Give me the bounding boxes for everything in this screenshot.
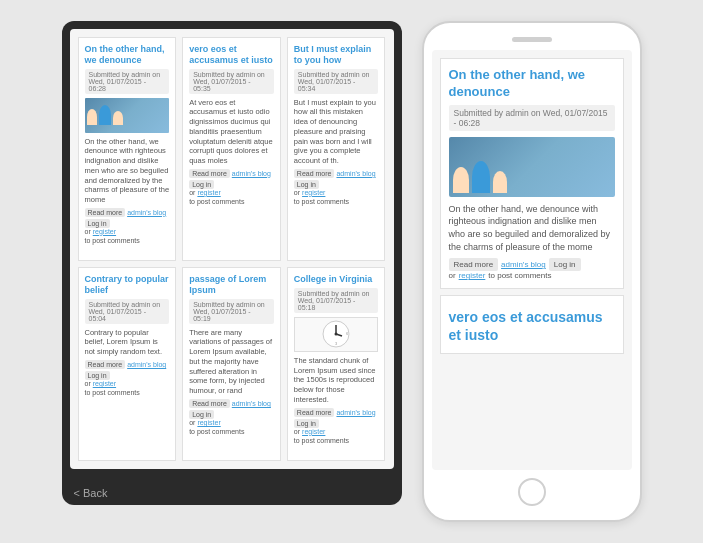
admin-blog-link[interactable]: admin's blog	[336, 170, 375, 177]
back-button[interactable]: < Back	[74, 487, 108, 499]
article-meta: Submitted by admin on Wed, 01/07/2015 - …	[85, 69, 170, 94]
register-link[interactable]: register	[302, 189, 325, 196]
article-register-actions: or register to post comments	[294, 428, 379, 444]
tablet-device: On the other hand, we denounce Submitted…	[62, 21, 402, 505]
login-button[interactable]: Log in	[189, 180, 214, 189]
post-text: to post comments	[488, 271, 551, 280]
person-figure	[453, 167, 469, 193]
or-text: or	[189, 189, 195, 196]
register-link[interactable]: register	[197, 419, 220, 426]
article-meta: Submitted by admin on Wed, 01/07/2015 - …	[85, 299, 170, 324]
register-link[interactable]: register	[302, 428, 325, 435]
login-button[interactable]: Log in	[189, 410, 214, 419]
read-more-button[interactable]: Read more	[189, 169, 230, 178]
login-button[interactable]: Log in	[85, 219, 110, 228]
article-title: But I must explain to you how	[294, 44, 379, 66]
article-text: There are many variations of passages of…	[189, 328, 274, 396]
article-text: On the other hand, we denounce with righ…	[449, 203, 615, 253]
register-link[interactable]: register	[93, 228, 116, 235]
article-title: vero eos et accusamus et iusto	[449, 308, 615, 344]
phone-home-button[interactable]	[518, 478, 546, 506]
register-link[interactable]: register	[459, 271, 486, 280]
read-more-button[interactable]: Read more	[189, 399, 230, 408]
article-meta: Submitted by admin on Wed, 01/07/2015 - …	[189, 299, 274, 324]
article-register-actions: or register to post comments	[189, 419, 274, 435]
admin-blog-link[interactable]: admin's blog	[127, 361, 166, 368]
tablet-content: On the other hand, we denounce Submitted…	[70, 29, 394, 469]
article-title: On the other hand, we denounce	[449, 67, 615, 101]
scene: On the other hand, we denounce Submitted…	[42, 1, 662, 542]
admin-blog-link[interactable]: admin's blog	[232, 170, 271, 177]
or-text: or	[85, 380, 91, 387]
table-row: Contrary to popular belief Submitted by …	[78, 267, 177, 461]
admin-blog-link[interactable]: admin's blog	[336, 409, 375, 416]
table-row: On the other hand, we denounce Submitted…	[78, 37, 177, 261]
article-title: College in Virginia	[294, 274, 379, 285]
article-title: On the other hand, we denounce	[85, 44, 170, 66]
admin-blog-link[interactable]: admin's blog	[127, 209, 166, 216]
person-figure	[87, 109, 97, 125]
tablet-bottom-bar: < Back	[62, 487, 402, 499]
read-more-button[interactable]: Read more	[449, 258, 499, 271]
article-register-actions: or register to post comments	[85, 380, 170, 396]
article-title: passage of Lorem Ipsum	[189, 274, 274, 296]
clock-icon: 3 6	[322, 320, 350, 348]
article-text: The standard chunk of Lorem Ipsum used s…	[294, 356, 379, 405]
admin-blog-link[interactable]: admin's blog	[501, 260, 546, 269]
post-text: to post comments	[85, 237, 140, 244]
person-figure	[493, 171, 507, 193]
clock-image: 3 6	[294, 317, 379, 352]
phone-device: On the other hand, we denounce Submitted…	[422, 21, 642, 522]
or-text: or	[189, 419, 195, 426]
or-text: or	[294, 428, 300, 435]
register-link[interactable]: register	[197, 189, 220, 196]
article-actions: Read more admin's blog Log in	[189, 399, 274, 419]
svg-point-3	[335, 333, 338, 336]
article-actions: Read more admin's blog Log in	[449, 258, 615, 271]
person-figure	[113, 111, 123, 125]
article-text: Contrary to popular belief, Lorem Ipsum …	[85, 328, 170, 357]
people-group	[87, 105, 123, 125]
article-actions: Read more admin's blog Log in	[85, 208, 170, 228]
read-more-button[interactable]: Read more	[294, 408, 335, 417]
list-item: vero eos et accusamus et iusto	[440, 295, 624, 353]
article-register-actions: or register to post comments	[85, 228, 170, 244]
login-button[interactable]: Log in	[294, 180, 319, 189]
article-text: On the other hand, we denounce with righ…	[85, 137, 170, 205]
login-button[interactable]: Log in	[294, 419, 319, 428]
article-actions: Read more admin's blog Log in	[294, 408, 379, 428]
phone-top	[432, 37, 632, 42]
table-row: passage of Lorem Ipsum Submitted by admi…	[182, 267, 281, 461]
post-text: to post comments	[294, 198, 349, 205]
register-link[interactable]: register	[93, 380, 116, 387]
login-button[interactable]: Log in	[85, 371, 110, 380]
post-text: to post comments	[189, 428, 244, 435]
or-text: or	[449, 271, 456, 280]
read-more-button[interactable]: Read more	[85, 208, 126, 217]
table-row: College in Virginia Submitted by admin o…	[287, 267, 386, 461]
post-text: to post comments	[294, 437, 349, 444]
table-row: But I must explain to you how Submitted …	[287, 37, 386, 261]
article-register-actions: or register to post comments	[294, 189, 379, 205]
post-text: to post comments	[85, 389, 140, 396]
admin-blog-link[interactable]: admin's blog	[232, 400, 271, 407]
phone-screen: On the other hand, we denounce Submitted…	[432, 50, 632, 470]
article-actions: Read more admin's blog Log in	[189, 169, 274, 189]
phone-bottom	[432, 478, 632, 506]
article-image	[85, 98, 170, 133]
article-register-actions: or register to post comments	[449, 271, 615, 280]
read-more-button[interactable]: Read more	[85, 360, 126, 369]
phone-speaker	[512, 37, 552, 42]
or-text: or	[294, 189, 300, 196]
tablet-screen: On the other hand, we denounce Submitted…	[70, 29, 394, 469]
article-meta: Submitted by admin on Wed, 01/07/2015 - …	[189, 69, 274, 94]
read-more-button[interactable]: Read more	[294, 169, 335, 178]
or-text: or	[85, 228, 91, 235]
login-button[interactable]: Log in	[549, 258, 581, 271]
article-actions: Read more admin's blog Log in	[85, 360, 170, 380]
article-text: At vero eos et accusamus et iusto odio d…	[189, 98, 274, 166]
article-text: But I must explain to you how all this m…	[294, 98, 379, 166]
person-figure	[472, 161, 490, 193]
people-group	[453, 161, 507, 193]
article-image	[449, 137, 615, 197]
